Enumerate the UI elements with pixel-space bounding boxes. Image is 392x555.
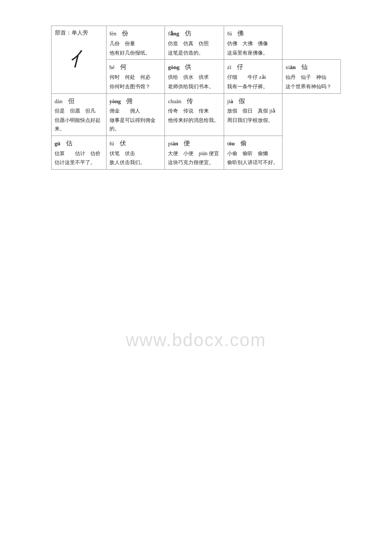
pinyin-gu: gū: [55, 140, 66, 147]
radical-label: 部首：单人旁: [55, 28, 103, 37]
card-xian: xiān 仙 仙丹 仙子 神仙 这个世界有神仙吗？: [282, 60, 341, 93]
card-dan: dàn 但 但是 但愿 但凡 但愿小明能快点好起来。: [52, 93, 107, 136]
words-fen: 几份 份量: [110, 40, 162, 48]
sentence-fu2: 敌人伏击我们。: [110, 159, 162, 167]
card-zi: zī 仔 仔细 牛仔 zǎi 我有一条牛仔裤。: [224, 60, 282, 93]
char-yong: 佣: [126, 98, 133, 104]
words-he: 何时 何处 何必: [110, 73, 162, 82]
pinyin-he: hé: [110, 64, 120, 70]
char-fen: 份: [122, 30, 128, 37]
table-row: 部首：单人旁 亻 fèn 份 几份 份量 他有好几份报纸。 fǎng: [52, 26, 341, 60]
sentence-xian: 这个世界有神仙吗？: [285, 83, 337, 91]
card-fen: fèn 份 几份 份量 他有好几份报纸。: [106, 26, 165, 60]
card-gu: gū 估 估算 估计 估价 估计这里不平了。: [52, 136, 107, 169]
card-fu2: fú 伏 伏笔 伏击 敌人伏击我们。: [106, 136, 165, 169]
char-gu: 估: [66, 140, 72, 147]
pinyin-fu2: fú: [110, 140, 120, 147]
card-tou: tōu 偷 小偷 偷听 偷懒 偷听别人讲话可不好。: [224, 136, 282, 169]
watermark: www.bdocx.com: [0, 330, 392, 350]
sentence-zi: 我有一条牛仔裤。: [227, 83, 279, 91]
char-zi: 仔: [237, 64, 243, 70]
char-fang: 仿: [185, 30, 191, 37]
sentence-gu: 估计这里不平了。: [55, 159, 103, 167]
words-jia: 放假 假日 真假 jiǎ: [227, 107, 279, 116]
sentence-gong: 老师供给我们书本。: [168, 83, 221, 91]
words-zi: 仔细 牛仔 zǎi: [227, 73, 279, 82]
sentence-fen: 他有好几份报纸。: [110, 49, 162, 58]
card-gong: gòng 供 供给 供水 供求 老师供给我们书本。: [165, 60, 224, 93]
pinyin-chuan: chuān: [168, 98, 187, 104]
words-xian: 仙丹 仙子 神仙: [285, 73, 337, 82]
sentence-fang: 这笔是仿造的。: [168, 49, 221, 58]
char-fu1: 佛: [237, 30, 244, 37]
char-xian: 仙: [301, 64, 308, 70]
card-he: hé 何 何时 何处 何必 你何时去图书馆？: [106, 60, 165, 93]
sentence-chuan: 他传来好的消息给我。: [168, 116, 221, 125]
pinyin-jia: jià: [227, 98, 239, 104]
card-pian: piàn 便 大便 小便 piān 便宜 这块巧克力很便宜。: [165, 136, 224, 169]
sentence-he: 你何时去图书馆？: [110, 83, 162, 91]
pinyin-dan: dàn: [55, 98, 68, 104]
sentence-dan: 但愿小明能快点好起来。: [55, 116, 103, 133]
words-tou: 小偷 偷听 偷懒: [227, 150, 279, 158]
card-jia: jià 假 放假 假日 真假 jiǎ 周日我们学校放假。: [224, 93, 282, 136]
pinyin-fang: fǎng: [168, 30, 184, 37]
table-row: gū 估 估算 估计 估价 估计这里不平了。 fú 伏 伏笔 伏击 敌人伏击我们…: [52, 136, 341, 169]
pinyin-pian: piàn: [168, 140, 184, 147]
card-fang: fǎng 仿 仿造 仿真 仿照 这笔是仿造的。: [165, 26, 224, 60]
words-pian: 大便 小便 piān 便宜: [168, 150, 221, 158]
card-chuan: chuān 传 传奇 传说 传来 他传来好的消息给我。: [165, 93, 224, 136]
char-chuan: 传: [187, 98, 193, 104]
page-content: 部首：单人旁 亻 fèn 份 几份 份量 他有好几份报纸。 fǎng: [0, 0, 392, 187]
card-yong: yòng 佣 佣金 佣人 做事是可以得到佣金的。: [106, 93, 165, 136]
words-fang: 仿造 仿真 仿照: [168, 40, 221, 48]
pinyin-xian: xiān: [285, 64, 301, 70]
words-chuan: 传奇 传说 传来: [168, 107, 221, 116]
sentence-yong: 做事是可以得到佣金的。: [110, 116, 162, 133]
pinyin-fu1: fú: [227, 30, 237, 37]
sentence-pian: 这块巧克力很便宜。: [168, 159, 221, 167]
radical-char: 亻: [55, 40, 103, 79]
words-yong: 佣金 佣人: [110, 107, 162, 116]
char-tou: 偷: [240, 140, 247, 147]
words-fu2: 伏笔 伏击: [110, 150, 162, 158]
words-gu: 估算 估计 估价: [55, 150, 103, 158]
char-pian: 便: [184, 140, 190, 147]
pinyin-tou: tōu: [227, 140, 240, 147]
sentence-jia: 周日我们学校放假。: [227, 116, 279, 125]
words-gong: 供给 供水 供求: [168, 73, 221, 82]
char-jia: 假: [239, 98, 245, 104]
char-he: 何: [120, 64, 127, 70]
char-fu2: 伏: [120, 140, 126, 147]
sentence-fu1: 这庙里有座佛像。: [227, 49, 279, 58]
char-dan: 但: [68, 98, 75, 104]
pinyin-yong: yòng: [110, 98, 127, 104]
pinyin-gong: gòng: [168, 64, 185, 70]
card-fu1: fú 佛 仿佛 大佛 佛像 这庙里有座佛像。: [224, 26, 282, 60]
char-gong: 供: [185, 64, 191, 70]
table-row: dàn 但 但是 但愿 但凡 但愿小明能快点好起来。 yòng 佣 佣金 佣人 …: [52, 93, 341, 136]
words-fu1: 仿佛 大佛 佛像: [227, 40, 279, 48]
sentence-tou: 偷听别人讲话可不好。: [227, 159, 279, 167]
words-dan: 但是 但愿 但凡: [55, 107, 103, 116]
vocabulary-table: 部首：单人旁 亻 fèn 份 几份 份量 他有好几份报纸。 fǎng: [51, 26, 341, 170]
pinyin-fen: fèn: [110, 30, 122, 37]
pinyin-zi: zī: [227, 64, 236, 70]
